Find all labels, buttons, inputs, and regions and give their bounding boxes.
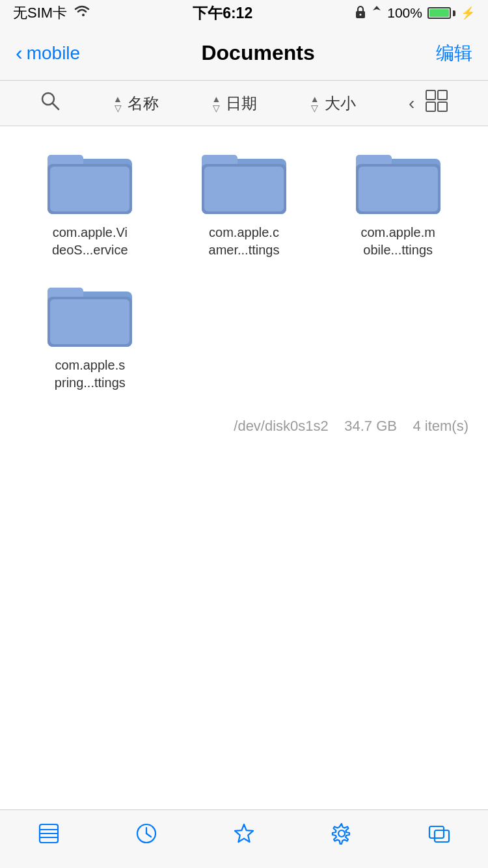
star-icon <box>232 821 256 851</box>
svg-line-3 <box>53 103 59 109</box>
svg-rect-7 <box>438 102 447 111</box>
folder-icon <box>47 278 132 350</box>
toolbar: ▲▽ 名称 ▲▽ 日期 ▲▽ 大小 ‹ <box>0 81 488 126</box>
sort-size-arrows: ▲▽ <box>310 94 319 113</box>
back-chevron-icon: ‹ <box>16 41 23 65</box>
carrier-label: 无SIM卡 <box>13 3 67 23</box>
sort-name-label: 名称 <box>128 93 159 114</box>
svg-rect-19 <box>359 167 438 211</box>
status-bar: 无SIM卡 下午6:12 100% <box>0 0 488 26</box>
svg-rect-4 <box>426 90 435 100</box>
page-title: Documents <box>201 41 314 65</box>
status-left: 无SIM卡 <box>13 3 90 23</box>
windows-icon <box>427 821 452 851</box>
sort-size-label: 大小 <box>325 93 356 114</box>
tab-windows[interactable] <box>427 821 452 851</box>
svg-rect-11 <box>50 167 129 211</box>
battery-percent: 100% <box>387 5 422 21</box>
main-content: com.apple.VideoS...ervice com.apple.came… <box>0 126 488 712</box>
svg-point-1 <box>360 14 362 16</box>
folder-name: com.apple.mobile...ttings <box>360 224 435 259</box>
search-button[interactable] <box>40 90 61 116</box>
status-time: 下午6:12 <box>193 3 252 23</box>
sort-date-arrows: ▲▽ <box>211 94 221 113</box>
charging-icon: ⚡ <box>461 6 475 20</box>
back-label: mobile <box>27 43 80 64</box>
footer-info: /dev/disk0s1s2 34.7 GB 4 item(s) <box>0 405 488 448</box>
status-right: 100% ⚡ <box>355 5 475 22</box>
disk-path: /dev/disk0s1s2 <box>234 418 329 434</box>
folder-name: com.apple.camer...ttings <box>209 224 280 259</box>
nav-bar: ‹ mobile Documents 编辑 <box>0 26 488 81</box>
svg-point-32 <box>338 830 345 837</box>
list-item[interactable]: com.apple.VideoS...ervice <box>20 146 161 259</box>
svg-rect-33 <box>429 826 444 838</box>
folder-grid: com.apple.VideoS...ervice com.apple.came… <box>0 126 488 405</box>
tab-files[interactable] <box>36 821 61 851</box>
sort-size-button[interactable]: ▲▽ 大小 <box>310 93 356 114</box>
svg-rect-34 <box>435 830 449 842</box>
svg-rect-6 <box>426 102 435 111</box>
disk-size: 34.7 GB <box>344 418 397 434</box>
svg-rect-23 <box>50 299 129 344</box>
view-toggle[interactable]: ‹ <box>409 89 448 117</box>
tab-bar <box>0 809 488 868</box>
folder-icon <box>202 146 286 217</box>
tab-favorites[interactable] <box>232 821 256 851</box>
tab-settings[interactable] <box>329 821 354 851</box>
folder-icon <box>356 146 441 217</box>
sort-date-label: 日期 <box>226 93 257 114</box>
clock-icon <box>134 821 159 851</box>
edit-button[interactable]: 编辑 <box>436 41 472 66</box>
svg-rect-15 <box>204 167 284 211</box>
sort-date-button[interactable]: ▲▽ 日期 <box>211 93 257 114</box>
folder-name: com.apple.VideoS...ervice <box>52 224 128 259</box>
item-count: 4 item(s) <box>413 418 468 434</box>
list-item[interactable]: com.apple.mobile...ttings <box>327 146 468 259</box>
grid-view-icon <box>425 89 448 117</box>
wifi-icon <box>74 5 90 21</box>
folder-name: com.apple.spring...ttings <box>55 357 126 392</box>
sort-name-arrows: ▲▽ <box>113 94 122 113</box>
collapse-icon: ‹ <box>409 93 414 114</box>
location-icon <box>372 5 382 22</box>
sort-name-button[interactable]: ▲▽ 名称 <box>113 93 159 114</box>
svg-marker-31 <box>235 824 253 842</box>
tab-recent[interactable] <box>134 821 159 851</box>
files-icon <box>36 821 61 851</box>
svg-rect-5 <box>438 90 447 100</box>
svg-line-30 <box>146 834 151 837</box>
lock-icon <box>355 5 366 22</box>
back-button[interactable]: ‹ mobile <box>16 41 80 65</box>
list-item[interactable]: com.apple.camer...ttings <box>174 146 315 259</box>
gear-icon <box>329 821 354 851</box>
battery-icon <box>427 7 455 19</box>
list-item[interactable]: com.apple.spring...ttings <box>20 278 161 392</box>
folder-icon <box>47 146 132 217</box>
